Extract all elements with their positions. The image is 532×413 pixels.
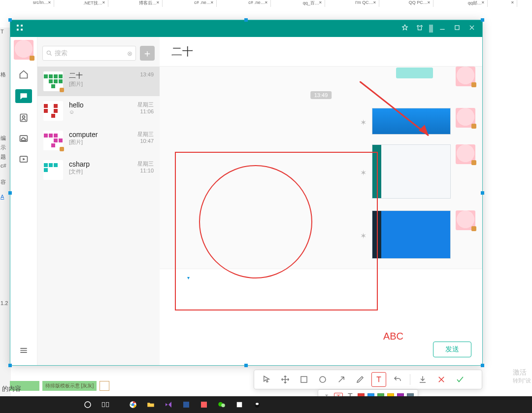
windows-taskbar[interactable]	[0, 396, 532, 413]
taskbar-wechat-icon[interactable]	[213, 396, 231, 413]
selection-handle[interactable]	[481, 191, 484, 195]
conversation-item[interactable]: csharp [文件] 星期三 11:10	[37, 155, 160, 185]
cloud-icon[interactable]	[18, 133, 30, 144]
tab-label: QQ PC…	[409, 0, 428, 5]
compose-input[interactable]: ABC 发送	[160, 286, 482, 365]
chat-icon[interactable]	[15, 89, 32, 103]
taskbar-vs-icon[interactable]	[160, 396, 177, 413]
message-image[interactable]	[372, 144, 451, 199]
conversation-day: 星期三	[137, 101, 154, 108]
selection-handle[interactable]	[8, 364, 12, 367]
taskbar-qq-icon[interactable]	[248, 396, 266, 413]
windows-activate-hint: 激活 转到"设	[513, 368, 531, 384]
menu-icon[interactable]	[18, 344, 30, 356]
search-input[interactable]: 搜索 ⊗	[42, 46, 136, 61]
selection-handle[interactable]	[244, 18, 248, 22]
tab-close-icon[interactable]: ×	[157, 0, 159, 5]
move-tool[interactable]	[278, 372, 293, 387]
message-image[interactable]	[372, 108, 451, 135]
taskbar-cortana-icon[interactable]	[79, 396, 97, 413]
selection-handle[interactable]	[8, 191, 12, 195]
message-image[interactable]	[372, 210, 451, 259]
confirm-tool[interactable]	[453, 372, 467, 387]
add-button[interactable]: ＋	[140, 46, 155, 61]
undo-tool[interactable]	[390, 372, 405, 387]
taskbar-taskview-icon[interactable]	[97, 396, 114, 413]
conversation-time: 13:49	[140, 71, 154, 77]
chat-area: 二十 13:49 ✶ ✶ ✶	[160, 37, 482, 365]
maximize-button[interactable]	[452, 23, 463, 34]
rectangle-tool[interactable]	[297, 372, 311, 387]
svg-point-27	[221, 404, 225, 408]
conversation-preview: [文件]	[69, 168, 132, 175]
tab-close-icon[interactable]: ×	[319, 0, 322, 5]
video-icon[interactable]	[18, 153, 30, 165]
arrow-tool[interactable]	[334, 372, 349, 387]
svg-rect-0	[455, 26, 459, 30]
clear-search-icon[interactable]: ⊗	[127, 50, 133, 57]
chat-window: 搜索 ⊗ ＋ 二十 [图片] 13:49	[10, 20, 483, 366]
selection-handle[interactable]	[244, 364, 248, 367]
svg-rect-17	[301, 377, 307, 382]
conversation-list: 搜索 ⊗ ＋ 二十 [图片] 13:49	[37, 37, 160, 365]
chat-window-titlebar[interactable]	[10, 20, 482, 37]
conversation-item[interactable]: 二十 [图片] 13:49	[37, 67, 160, 96]
pin-icon[interactable]	[399, 23, 410, 34]
pen-tool[interactable]	[353, 372, 367, 387]
message-timestamp: 13:49	[310, 91, 332, 99]
cancel-tool[interactable]	[434, 372, 449, 387]
message-list[interactable]: 13:49 ✶ ✶ ✶	[160, 67, 482, 269]
tab-close-icon[interactable]: ×	[373, 0, 376, 5]
svg-point-3	[25, 95, 26, 96]
text-tool[interactable]	[371, 372, 386, 387]
tab-label: I'm QC…	[355, 0, 373, 5]
tab-close-icon[interactable]: ×	[211, 0, 213, 5]
close-button[interactable]	[466, 23, 477, 34]
peer-avatar	[456, 144, 475, 164]
contacts-icon[interactable]	[18, 112, 30, 124]
pointer-tool[interactable]	[259, 372, 274, 387]
taskbar-app-icon[interactable]	[231, 396, 248, 413]
selection-handle[interactable]	[8, 18, 12, 22]
svg-rect-28	[237, 402, 242, 408]
conversation-time: 11:06	[137, 108, 154, 114]
composer-toolbar: ▾	[160, 269, 482, 286]
tab-label: c# .ne…	[194, 0, 211, 5]
taskbar-chrome-icon[interactable]	[124, 396, 142, 413]
conversation-item[interactable]: hello ☺ 星期三 11:06	[37, 96, 160, 126]
loading-icon: ✶	[360, 168, 367, 175]
taskbar-word-icon[interactable]	[177, 396, 195, 413]
conversation-avatar	[43, 101, 63, 121]
selection-handle[interactable]	[481, 364, 484, 367]
svg-point-30	[256, 403, 259, 405]
svg-rect-24	[183, 402, 189, 408]
taskbar-app-icon[interactable]	[195, 396, 213, 413]
browser-tabs: src/In… × .NET技… × 博客后… × c# .ne… × c# .…	[0, 0, 532, 7]
self-avatar[interactable]	[14, 40, 33, 60]
taskbar-explorer-icon[interactable]	[142, 396, 160, 413]
home-icon[interactable]	[18, 69, 30, 80]
conversation-avatar	[43, 71, 63, 91]
send-button[interactable]: 发送	[433, 342, 471, 357]
selection-handle[interactable]	[481, 18, 484, 22]
tab-close-icon[interactable]: ×	[102, 0, 105, 5]
shirt-icon[interactable]	[414, 23, 425, 34]
tab-close-icon[interactable]: ×	[48, 0, 51, 5]
peer-avatar	[456, 108, 475, 128]
ellipse-tool[interactable]	[315, 372, 330, 387]
conversation-day: 星期三	[137, 160, 154, 168]
tab-close-icon[interactable]: ×	[428, 0, 430, 5]
minimize-button[interactable]	[437, 23, 448, 34]
loading-icon: ✶	[360, 118, 367, 125]
tab-close-icon[interactable]: ×	[265, 0, 267, 5]
scissors-dropdown-icon[interactable]: ▾	[187, 275, 190, 280]
peer-avatar	[456, 210, 475, 230]
conversation-avatar	[43, 160, 63, 180]
tab-close-icon[interactable]: ×	[511, 0, 514, 5]
conversation-item[interactable]: computer [图片] 星期三 10:47	[37, 126, 160, 155]
peer-avatar	[456, 67, 475, 86]
message-row: ✶	[360, 144, 475, 199]
save-tool[interactable]	[415, 372, 430, 387]
svg-point-8	[47, 51, 50, 54]
tab-close-icon[interactable]: ×	[482, 0, 484, 5]
